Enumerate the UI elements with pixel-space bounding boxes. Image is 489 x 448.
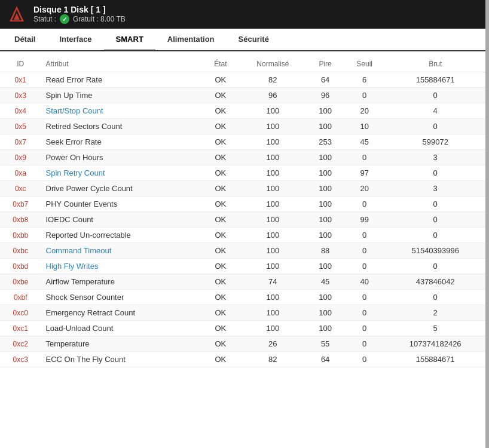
status-ok-icon: ✓	[60, 14, 69, 24]
cell-id: 0x9	[0, 150, 41, 165]
logo-icon	[7, 5, 26, 24]
cell-etat: OK	[202, 150, 239, 165]
cell-pire: 253	[307, 134, 343, 150]
cell-etat: OK	[202, 290, 239, 305]
cell-etat: OK	[202, 259, 239, 274]
cell-etat: OK	[202, 72, 239, 88]
cell-seuil: 0	[344, 150, 386, 165]
table-row: 0xbeAirflow TemperatureOK744540437846042	[0, 274, 485, 290]
cell-etat: OK	[202, 103, 239, 119]
cell-brut: 5	[385, 321, 485, 336]
cell-normalise: 100	[239, 259, 307, 274]
cell-pire: 100	[307, 103, 343, 119]
cell-id: 0xbd	[0, 259, 41, 274]
cell-attribut: Read Error Rate	[41, 72, 203, 88]
cell-id: 0xb7	[0, 197, 41, 212]
cell-seuil: 0	[344, 305, 386, 321]
cell-attribut: Spin Up Time	[41, 88, 203, 103]
cell-pire: 64	[307, 72, 343, 88]
cell-id: 0xc2	[0, 336, 41, 352]
table-row: 0x5Retired Sectors CountOK100100100	[0, 119, 485, 134]
cell-attribut[interactable]: Start/Stop Count	[41, 103, 203, 119]
cell-seuil: 0	[344, 290, 386, 305]
cell-seuil: 10	[344, 119, 386, 134]
cell-id: 0xbb	[0, 228, 41, 243]
cell-pire: 100	[307, 305, 343, 321]
cell-etat: OK	[202, 119, 239, 134]
cell-brut: 0	[385, 290, 485, 305]
cell-id: 0xc3	[0, 352, 41, 367]
table-row: 0x3Spin Up TimeOK969600	[0, 88, 485, 103]
cell-pire: 100	[307, 165, 343, 181]
cell-etat: OK	[202, 352, 239, 367]
cell-seuil: 97	[344, 165, 386, 181]
table-row: 0xbbReported Un-correctableOK10010000	[0, 228, 485, 243]
cell-pire: 100	[307, 290, 343, 305]
cell-pire: 100	[307, 321, 343, 336]
cell-brut: 437846042	[385, 274, 485, 290]
cell-attribut: Temperature	[41, 336, 203, 352]
cell-pire: 100	[307, 181, 343, 197]
tab-bar: Détail Interface SMART Alimentation Sécu…	[0, 29, 485, 51]
cell-normalise: 100	[239, 212, 307, 228]
cell-seuil: 0	[344, 259, 386, 274]
cell-id: 0xc0	[0, 305, 41, 321]
cell-id: 0xc	[0, 181, 41, 197]
cell-pire: 100	[307, 259, 343, 274]
cell-brut: 0	[385, 88, 485, 103]
cell-normalise: 100	[239, 150, 307, 165]
cell-attribut: Airflow Temperature	[41, 274, 203, 290]
cell-attribut: Reported Un-correctable	[41, 228, 203, 243]
cell-etat: OK	[202, 321, 239, 336]
cell-attribut: Shock Sensor Counter	[41, 290, 203, 305]
cell-attribut: Retired Sectors Count	[41, 119, 203, 134]
cell-etat: OK	[202, 88, 239, 103]
table-row: 0xb8IOEDC CountOK100100990	[0, 212, 485, 228]
table-row: 0xc2TemperatureOK26550107374182426	[0, 336, 485, 352]
cell-etat: OK	[202, 165, 239, 181]
disk-title: Disque 1 Disk [ 1 ]	[33, 5, 126, 14]
cell-id: 0x4	[0, 103, 41, 119]
cell-pire: 96	[307, 88, 343, 103]
cell-normalise: 100	[239, 181, 307, 197]
disk-status: Statut : ✓ Gratuit : 8.00 TB	[33, 14, 126, 24]
cell-seuil: 45	[344, 134, 386, 150]
cell-pire: 100	[307, 228, 343, 243]
cell-attribut[interactable]: High Fly Writes	[41, 259, 203, 274]
cell-attribut[interactable]: Command Timeout	[41, 243, 203, 259]
cell-etat: OK	[202, 134, 239, 150]
tab-securite[interactable]: Sécurité	[227, 29, 281, 51]
cell-normalise: 100	[239, 119, 307, 134]
cell-attribut: ECC On The Fly Count	[41, 352, 203, 367]
table-row: 0x1Read Error RateOK82646155884671	[0, 72, 485, 88]
tab-interface[interactable]: Interface	[47, 29, 103, 51]
cell-normalise: 82	[239, 72, 307, 88]
cell-id: 0xbe	[0, 274, 41, 290]
cell-attribut[interactable]: Spin Retry Count	[41, 165, 203, 181]
cell-pire: 100	[307, 119, 343, 134]
smart-table: ID Attribut État Normalisé Pire Seuil Br…	[0, 56, 485, 367]
table-row: 0x9Power On HoursOK10010003	[0, 150, 485, 165]
cell-normalise: 100	[239, 243, 307, 259]
cell-brut: 0	[385, 165, 485, 181]
table-row: 0xbfShock Sensor CounterOK10010000	[0, 290, 485, 305]
tab-smart[interactable]: SMART	[104, 29, 155, 51]
cell-etat: OK	[202, 305, 239, 321]
page-wrapper: Disque 1 Disk [ 1 ] Statut : ✓ Gratuit :…	[0, 0, 489, 448]
cell-brut: 155884671	[385, 72, 485, 88]
tab-detail[interactable]: Détail	[2, 29, 47, 51]
tab-alimentation[interactable]: Alimentation	[155, 29, 227, 51]
cell-attribut: Load-Unload Count	[41, 321, 203, 336]
cell-id: 0x3	[0, 88, 41, 103]
cell-normalise: 74	[239, 274, 307, 290]
cell-seuil: 6	[344, 72, 386, 88]
col-etat: État	[202, 56, 239, 72]
cell-seuil: 0	[344, 243, 386, 259]
cell-attribut: Seek Error Rate	[41, 134, 203, 150]
table-row: 0xaSpin Retry CountOK100100970	[0, 165, 485, 181]
cell-pire: 100	[307, 150, 343, 165]
cell-seuil: 0	[344, 88, 386, 103]
cell-etat: OK	[202, 243, 239, 259]
cell-attribut: IOEDC Count	[41, 212, 203, 228]
cell-etat: OK	[202, 212, 239, 228]
